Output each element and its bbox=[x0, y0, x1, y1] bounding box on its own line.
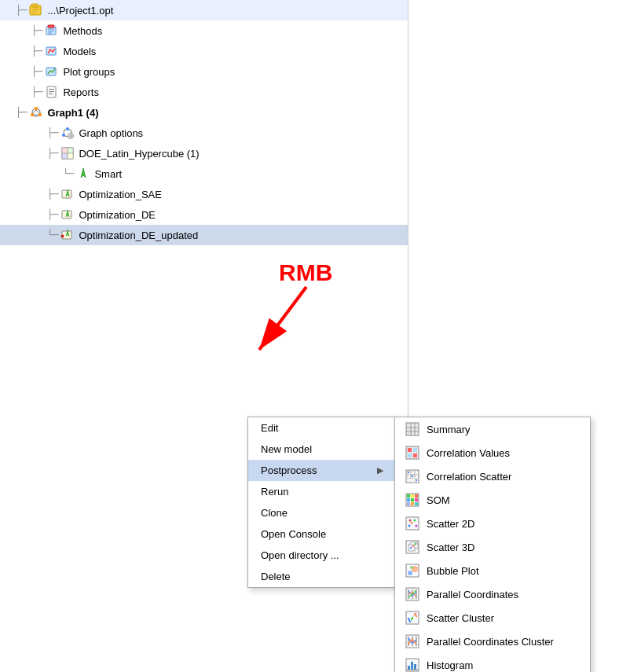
svg-point-17 bbox=[35, 107, 38, 110]
main-panel: ├─ ...\Project1.opt ├─ bbox=[0, 0, 630, 672]
tree-item-methods[interactable]: ├─ Methods bbox=[0, 20, 408, 41]
context-menu-clone[interactable]: Clone bbox=[248, 502, 396, 523]
svg-rect-51 bbox=[408, 448, 412, 452]
submenu-parallel-coords-cluster[interactable]: Parallel Coordinates Cluster bbox=[395, 630, 590, 653]
svg-point-84 bbox=[412, 545, 414, 547]
svg-rect-108 bbox=[408, 666, 410, 670]
submenu-scatter-3d[interactable]: Scatter 3D bbox=[395, 535, 590, 559]
context-menu-open-directory[interactable]: Open directory ... bbox=[248, 545, 396, 566]
svg-rect-109 bbox=[411, 662, 413, 670]
tree-item-doe[interactable]: ├─ DOE_Latin_Hypercube (1) bbox=[0, 143, 408, 163]
correlation-values-icon bbox=[405, 445, 420, 461]
svg-point-28 bbox=[70, 135, 72, 138]
models-label: Models bbox=[63, 46, 96, 57]
svg-point-87 bbox=[408, 571, 412, 575]
context-menu-open-console[interactable]: Open Console bbox=[248, 523, 396, 545]
postprocess-submenu: Summary Correlation Values bbox=[394, 417, 591, 672]
bubble-plot-icon bbox=[405, 563, 420, 578]
summary-icon bbox=[405, 421, 420, 437]
svg-point-89 bbox=[410, 566, 413, 569]
opt-de-updated-icon bbox=[60, 227, 75, 243]
graph-options-label: Graph options bbox=[79, 127, 143, 139]
svg-point-26 bbox=[62, 134, 65, 137]
graph1-label: Graph1 (4) bbox=[47, 107, 98, 119]
methods-icon bbox=[44, 23, 60, 39]
svg-rect-67 bbox=[411, 494, 414, 498]
svg-rect-33 bbox=[68, 153, 73, 159]
svg-rect-74 bbox=[415, 502, 418, 505]
svg-rect-6 bbox=[48, 25, 54, 28]
svg-rect-53 bbox=[408, 454, 412, 457]
svg-rect-66 bbox=[407, 494, 410, 498]
scatter-cluster-icon bbox=[405, 610, 420, 626]
svg-point-97 bbox=[408, 618, 409, 619]
submenu-correlation-scatter[interactable]: Correlation Scatter bbox=[395, 465, 590, 488]
svg-rect-68 bbox=[415, 494, 418, 498]
plot-groups-label: Plot groups bbox=[63, 66, 115, 78]
svg-rect-14 bbox=[49, 91, 54, 92]
project-icon bbox=[28, 2, 44, 18]
svg-point-62 bbox=[408, 472, 409, 473]
svg-rect-13 bbox=[49, 89, 54, 90]
tree-item-graph-options[interactable]: ├─ Graph options bbox=[0, 123, 408, 143]
scatter-2d-icon bbox=[405, 516, 420, 531]
context-menu-new-model[interactable]: New model bbox=[248, 439, 396, 460]
svg-point-83 bbox=[410, 547, 412, 549]
opt-sae-label: Optimization_SAE bbox=[79, 189, 162, 200]
svg-point-102 bbox=[411, 619, 412, 620]
submenu-scatter-2d[interactable]: Scatter 2D bbox=[395, 512, 590, 535]
context-menu-rerun[interactable]: Rerun bbox=[248, 481, 396, 502]
tree-item-opt-sae[interactable]: ├─ Optimization_SAE bbox=[0, 184, 408, 204]
svg-point-99 bbox=[416, 615, 417, 617]
svg-rect-30 bbox=[62, 148, 68, 153]
reports-icon bbox=[44, 84, 60, 100]
svg-marker-34 bbox=[81, 168, 86, 178]
svg-point-80 bbox=[409, 520, 412, 522]
svg-rect-15 bbox=[49, 94, 53, 94]
som-icon bbox=[405, 492, 420, 508]
submenu-histogram[interactable]: Histogram bbox=[395, 653, 590, 672]
svg-point-79 bbox=[416, 525, 418, 527]
svg-point-76 bbox=[408, 525, 411, 527]
tree-item-plot-groups[interactable]: ├─ Plot groups bbox=[0, 61, 408, 82]
histogram-icon bbox=[405, 657, 420, 672]
svg-point-78 bbox=[414, 520, 416, 522]
plot-groups-icon bbox=[44, 64, 60, 79]
context-menu: Edit New model Postprocess ▶ Rerun Clone… bbox=[247, 417, 397, 588]
parallel-coords-cluster-icon bbox=[405, 633, 420, 649]
tree-item-reports[interactable]: ├─ Reports bbox=[0, 82, 408, 102]
doe-icon bbox=[60, 145, 75, 161]
smart-label: Smart bbox=[94, 168, 122, 180]
submenu-scatter-cluster[interactable]: Scatter Cluster bbox=[395, 606, 590, 630]
tree-item-graph1[interactable]: ├─ Graph1 (4) bbox=[0, 102, 408, 123]
submenu-correlation-values[interactable]: Correlation Values bbox=[395, 441, 590, 465]
svg-point-85 bbox=[415, 543, 416, 545]
svg-rect-72 bbox=[407, 502, 410, 505]
submenu-parallel-coords[interactable]: Parallel Coordinates bbox=[395, 582, 590, 606]
graph1-icon bbox=[28, 105, 44, 120]
methods-label: Methods bbox=[63, 25, 102, 37]
svg-rect-1 bbox=[31, 4, 38, 6]
svg-rect-32 bbox=[62, 153, 68, 159]
tree-item-opt-de[interactable]: ├─ Optimization_DE bbox=[0, 204, 408, 225]
svg-point-63 bbox=[416, 479, 417, 481]
context-menu-postprocess[interactable]: Postprocess ▶ bbox=[248, 460, 396, 481]
context-menu-delete[interactable]: Delete bbox=[248, 566, 396, 587]
tree-item-smart[interactable]: └─ Smart bbox=[0, 163, 408, 184]
tree-item-opt-de-updated[interactable]: └─ Optimization_DE_updated bbox=[0, 225, 408, 245]
submenu-summary[interactable]: Summary bbox=[395, 417, 590, 441]
project-label: ...\Project1.opt bbox=[47, 5, 113, 17]
opt-de-icon bbox=[60, 207, 75, 222]
parallel-coords-icon bbox=[405, 586, 420, 602]
tree-item-models[interactable]: ├─ Models bbox=[0, 41, 408, 61]
submenu-som[interactable]: SOM bbox=[395, 488, 590, 512]
tree-item-project[interactable]: ├─ ...\Project1.opt bbox=[0, 0, 408, 20]
models-icon bbox=[44, 43, 60, 59]
svg-point-77 bbox=[411, 522, 413, 524]
svg-rect-69 bbox=[407, 498, 410, 501]
svg-rect-71 bbox=[415, 498, 418, 501]
svg-point-96 bbox=[409, 621, 411, 622]
correlation-scatter-icon bbox=[405, 468, 420, 484]
submenu-bubble-plot[interactable]: Bubble Plot bbox=[395, 559, 590, 582]
context-menu-edit[interactable]: Edit bbox=[248, 417, 396, 439]
